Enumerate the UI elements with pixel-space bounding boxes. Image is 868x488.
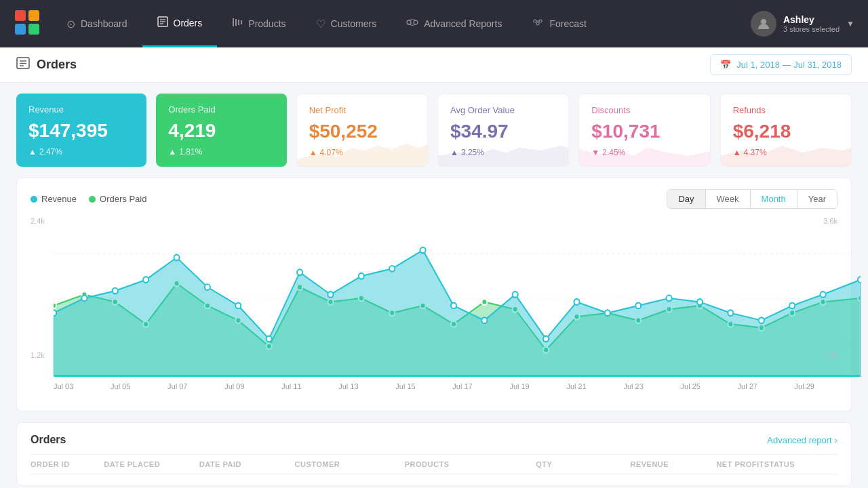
stat-card-avg-order: Avg Order Value $34.97 ▲ 3.25% (437, 94, 569, 167)
legend-revenue: Revenue (31, 194, 77, 204)
chart-period-buttons: Day Week Month Year (667, 189, 837, 209)
stat-card-net-profit: Net Profit $50,252 ▲ 4.07% (296, 94, 428, 167)
svg-point-18 (761, 19, 766, 24)
chart-legend: Revenue Orders Paid (31, 194, 146, 204)
x-label-jul15: Jul 15 (395, 382, 415, 390)
user-stores: 3 stores selected (783, 25, 840, 33)
svg-point-61 (297, 269, 302, 275)
svg-point-66 (451, 303, 456, 309)
svg-point-63 (359, 273, 364, 279)
user-menu-chevron-icon: ▼ (846, 19, 854, 28)
nav-item-products[interactable]: Products (217, 0, 300, 47)
y-label-top-right: 3.6k (816, 217, 837, 225)
date-range-text: Jul 1, 2018 — Jul 31, 2018 (736, 60, 842, 70)
y-label-bottom-right: 1.8k (816, 351, 837, 359)
col-header-net-profit: NET PROFIT (669, 460, 764, 468)
svg-point-58 (205, 284, 210, 290)
legend-label-orders-paid: Orders Paid (100, 194, 146, 204)
stat-label-discounts: Discounts (591, 105, 697, 115)
nav-item-advanced-reports[interactable]: Advanced Reports (391, 0, 517, 47)
svg-point-13 (414, 20, 418, 24)
stat-value-revenue: $147,395 (28, 120, 134, 142)
user-avatar (751, 11, 776, 37)
x-label-jul03: Jul 03 (54, 382, 73, 390)
stats-row: Revenue $147,395 ▲ 2.47% Orders Paid 4,2… (0, 83, 868, 178)
navbar: ⊙ Dashboard Orders (0, 0, 868, 47)
nav-label-forecast: Forecast (549, 18, 586, 29)
app-logo[interactable] (14, 9, 41, 39)
page-title-container: Orders (16, 57, 77, 73)
stat-label-orders-paid: Orders Paid (168, 104, 274, 115)
svg-rect-9 (235, 19, 237, 26)
advanced-report-link[interactable]: Advanced report › (767, 435, 837, 445)
svg-point-14 (534, 20, 536, 22)
stat-card-revenue: Revenue $147,395 ▲ 2.47% (16, 94, 146, 167)
x-label-jul27: Jul 27 (738, 382, 757, 390)
nav-item-customers[interactable]: ♡ Customers (301, 0, 392, 47)
svg-rect-3 (28, 24, 39, 35)
stat-change-orders-paid: ▲ 1.81% (168, 147, 274, 157)
col-header-date-placed: DATE PLACED (104, 460, 199, 468)
stat-label-net-profit: Net Profit (309, 105, 415, 115)
stat-card-orders-paid: Orders Paid 4,219 ▲ 1.81% (156, 94, 286, 167)
stat-label-refunds: Refunds (733, 105, 839, 115)
orders-header: Orders Advanced report › (31, 434, 837, 446)
svg-point-75 (728, 310, 733, 316)
main-chart-svg (54, 217, 861, 380)
period-btn-year[interactable]: Year (797, 190, 837, 208)
stat-card-discounts: Discounts $10,731 ▼ 2.45% (578, 94, 710, 167)
advanced-reports-icon (406, 18, 418, 30)
svg-point-26 (54, 303, 56, 309)
stat-label-revenue: Revenue (28, 104, 134, 115)
svg-point-74 (697, 299, 703, 305)
stat-value-orders-paid: 4,219 (168, 120, 274, 142)
user-name: Ashley (783, 14, 840, 25)
x-label-jul13: Jul 13 (338, 382, 358, 390)
user-info: Ashley 3 stores selected (783, 14, 840, 33)
nav-item-dashboard[interactable]: ⊙ Dashboard (52, 0, 142, 47)
chart-header: Revenue Orders Paid Day Week Month Year (31, 189, 837, 209)
period-btn-month[interactable]: Month (751, 190, 797, 208)
svg-point-67 (481, 317, 487, 323)
arrow-up-icon: ▲ (28, 147, 37, 157)
forecast-icon (532, 18, 544, 30)
stat-card-refunds: Refunds $6,218 ▲ 4.37% (720, 94, 852, 167)
chevron-right-icon: › (835, 435, 837, 445)
date-range-button[interactable]: 📅 Jul 1, 2018 — Jul 31, 2018 (710, 54, 852, 75)
period-btn-week[interactable]: Week (706, 190, 751, 208)
customers-icon: ♡ (316, 18, 326, 30)
svg-point-53 (54, 310, 56, 316)
nav-items: ⊙ Dashboard Orders (52, 0, 751, 47)
svg-point-72 (635, 303, 641, 309)
svg-point-55 (113, 288, 118, 294)
nav-label-customers: Customers (331, 18, 377, 29)
svg-point-73 (667, 296, 672, 302)
y-label-bottom-left: 1.2k (31, 351, 52, 359)
svg-point-54 (81, 296, 87, 302)
x-label-jul21: Jul 21 (566, 382, 586, 390)
nav-item-forecast[interactable]: Forecast (517, 0, 601, 47)
orders-page-icon (16, 57, 30, 73)
svg-point-12 (407, 20, 411, 24)
legend-orders-paid: Orders Paid (89, 194, 146, 204)
advanced-report-label: Advanced report (767, 435, 831, 445)
page-header: Orders 📅 Jul 1, 2018 — Jul 31, 2018 (0, 47, 868, 83)
nav-label-orders: Orders (174, 18, 203, 28)
x-label-jul25: Jul 25 (681, 382, 701, 390)
stat-change-revenue: ▲ 2.47% (28, 147, 134, 157)
nav-item-orders[interactable]: Orders (142, 0, 218, 47)
legend-dot-orders-paid (89, 196, 96, 203)
col-header-order-id: ORDER ID (31, 460, 104, 468)
svg-point-65 (420, 247, 426, 253)
period-btn-day[interactable]: Day (667, 190, 705, 208)
svg-rect-2 (15, 24, 26, 35)
legend-dot-revenue (31, 196, 37, 203)
svg-point-70 (574, 299, 579, 305)
orders-icon (157, 16, 168, 30)
products-icon (232, 18, 243, 30)
legend-label-revenue: Revenue (41, 194, 77, 204)
x-label-jul09: Jul 09 (224, 382, 244, 390)
orders-section: Orders Advanced report › ORDER ID DATE P… (16, 422, 852, 486)
user-menu[interactable]: Ashley 3 stores selected ▼ (751, 11, 854, 37)
nav-label-advanced-reports: Advanced Reports (424, 18, 502, 29)
